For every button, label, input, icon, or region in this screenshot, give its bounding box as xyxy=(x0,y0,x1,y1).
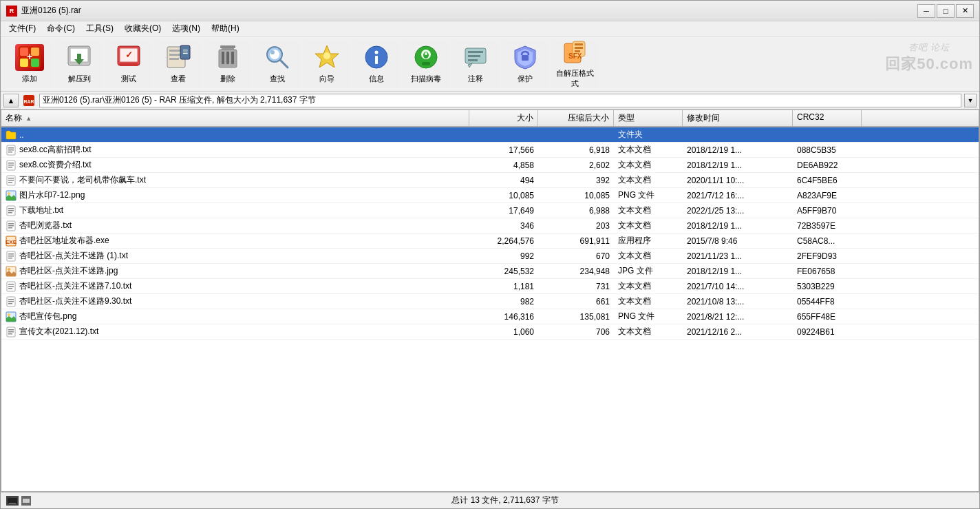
delete-button[interactable]: 删除 xyxy=(204,41,251,87)
file-packed: 731 xyxy=(538,280,614,293)
txt-icon xyxy=(6,145,17,156)
comment-button[interactable]: 注释 xyxy=(452,41,499,87)
file-modified: 2021/7/10 14:... xyxy=(683,280,793,293)
file-modified: 2021/7/12 16:... xyxy=(683,189,793,202)
menu-file[interactable]: 文件(F) xyxy=(3,21,41,36)
table-row[interactable]: 不要问不要说，老司机带你飙车.txt 494 392 文本文档 2020/11/… xyxy=(1,173,979,188)
file-modified: 2015/7/8 9:46 xyxy=(683,235,793,247)
find-button[interactable]: 查找 xyxy=(254,41,301,87)
table-row[interactable]: sex8.cc资费介绍.txt 4,858 2,602 文本文档 2018/12… xyxy=(1,158,979,173)
table-row[interactable]: 图片水印7-12.png 10,085 10,085 PNG 文件 2021/7… xyxy=(1,188,979,203)
table-row[interactable]: 下载地址.txt 17,649 6,988 文本文档 2022/1/25 13:… xyxy=(1,203,979,218)
sfx-button[interactable]: SFX 自解压格式式 xyxy=(551,41,598,87)
menu-help[interactable]: 帮助(H) xyxy=(206,21,245,36)
file-size: 1,181 xyxy=(469,280,538,293)
svg-marker-44 xyxy=(468,63,472,67)
table-row[interactable]: 杏吧社区-点关注不迷路.jpg 245,532 234,948 JPG 文件 2… xyxy=(1,264,979,279)
col-header-type[interactable]: 类型 xyxy=(614,110,683,126)
protect-button[interactable]: 保护 xyxy=(502,41,548,87)
svg-rect-91 xyxy=(8,303,12,304)
svg-line-28 xyxy=(280,60,288,67)
file-modified: 2021/11/23 1... xyxy=(683,250,793,262)
svg-point-29 xyxy=(270,50,275,54)
file-packed: 2,602 xyxy=(538,159,614,172)
comment-label: 注释 xyxy=(468,74,483,84)
svg-rect-55 xyxy=(8,147,14,149)
file-name: sex8.cc资费介绍.txt xyxy=(1,158,469,172)
wizard-label: 向导 xyxy=(319,74,334,84)
menu-command[interactable]: 命令(C) xyxy=(41,21,81,36)
col-header-packed[interactable]: 压缩后大小 xyxy=(538,110,614,126)
file-modified: 2021/8/21 12:... xyxy=(683,311,793,323)
svg-rect-42 xyxy=(468,55,480,57)
table-row[interactable]: 杏吧社区-点关注不迷路9.30.txt 982 661 文本文档 2021/10… xyxy=(1,294,979,309)
file-packed: 6,988 xyxy=(538,205,614,217)
file-modified: 2018/12/19 1... xyxy=(683,144,793,156)
add-button[interactable]: + 添加 xyxy=(6,41,53,87)
maximize-button[interactable]: □ xyxy=(937,4,955,18)
menu-options[interactable]: 选项(N) xyxy=(167,21,206,36)
info-icon xyxy=(362,44,391,71)
comment-icon xyxy=(461,44,490,71)
table-row[interactable]: 杏吧社区-点关注不迷路 (1).txt 992 670 文本文档 2021/11… xyxy=(1,249,979,264)
col-header-crc[interactable]: CRC32 xyxy=(793,110,862,126)
file-packed: 691,911 xyxy=(538,235,614,247)
table-row[interactable]: 杏吧社区-点关注不迷路7.10.txt 1,181 731 文本文档 2021/… xyxy=(1,279,979,294)
wizard-button[interactable]: 向导 xyxy=(303,41,350,87)
scan-button[interactable]: 扫描病毒 xyxy=(403,41,449,87)
menu-tools[interactable]: 工具(S) xyxy=(81,21,119,36)
svg-rect-85 xyxy=(8,284,14,285)
menu-favorites[interactable]: 收藏夹(O) xyxy=(119,21,167,36)
table-row[interactable]: .. 文件夹 xyxy=(1,127,979,143)
svg-rect-41 xyxy=(468,51,483,53)
file-crc: 088C5B35 xyxy=(793,144,862,156)
extract-button[interactable]: 解压到 xyxy=(56,41,103,87)
minimize-button[interactable]: ─ xyxy=(917,4,935,18)
file-name: 杏吧浏览器.txt xyxy=(1,218,469,233)
file-size: 245,532 xyxy=(469,265,538,278)
file-crc: DE6AB922 xyxy=(793,159,862,172)
file-crc: FE067658 xyxy=(793,265,862,278)
file-size: 494 xyxy=(469,174,538,187)
extract-icon xyxy=(65,44,94,71)
table-row[interactable]: 杏吧浏览器.txt 346 203 文本文档 2018/12/19 1... 7… xyxy=(1,218,979,233)
col-header-modified[interactable]: 修改时间 xyxy=(683,110,793,126)
file-size xyxy=(469,134,538,136)
file-crc: 05544FF8 xyxy=(793,295,862,308)
info-label: 信息 xyxy=(369,74,384,84)
svg-rect-24 xyxy=(226,52,229,64)
test-button[interactable]: ✓ 测试 xyxy=(105,41,152,87)
svg-rect-9 xyxy=(77,54,81,62)
table-row[interactable]: sex8.cc高薪招聘.txt 17,566 6,918 文本文档 2018/1… xyxy=(1,143,979,158)
file-modified: 2021/12/16 2... xyxy=(683,326,793,338)
menu-bar: 文件(F) 命令(C) 工具(S) 收藏夹(O) 选项(N) 帮助(H) xyxy=(1,21,979,37)
table-row[interactable]: 杏吧宣传包.png 146,316 135,081 PNG 文件 2021/8/… xyxy=(1,309,979,324)
view-button[interactable]: ≡ 查看 xyxy=(155,41,202,87)
view-icon: ≡ xyxy=(164,44,193,71)
rar-icon: RAR xyxy=(23,95,34,106)
address-dropdown[interactable]: ▼ xyxy=(964,94,977,107)
svg-rect-89 xyxy=(8,299,14,300)
file-packed: 10,085 xyxy=(538,189,614,202)
svg-rect-79 xyxy=(8,253,14,255)
file-type: PNG 文件 xyxy=(614,188,683,202)
svg-rect-63 xyxy=(8,178,14,179)
txt-icon xyxy=(6,220,17,231)
main-window: R 亚洲0126 (5).rar ─ □ ✕ 文件(F) 命令(C) 工具(S)… xyxy=(0,0,980,509)
table-row[interactable]: EXE 杏吧社区地址发布器.exe 2,264,576 691,911 应用程序… xyxy=(1,233,979,249)
svg-rect-73 xyxy=(8,223,14,225)
col-header-name[interactable]: 名称 ▲ xyxy=(1,110,469,126)
sfx-icon: SFX xyxy=(560,39,589,65)
svg-rect-60 xyxy=(8,165,14,166)
svg-rect-71 xyxy=(8,212,12,214)
info-button[interactable]: 信息 xyxy=(353,41,400,87)
close-button[interactable]: ✕ xyxy=(956,4,974,18)
address-path[interactable]: 亚洲0126 (5).rar\亚洲0126 (5) - RAR 压缩文件, 解包… xyxy=(39,94,961,107)
sfx-label: 自解压格式式 xyxy=(555,68,595,89)
file-modified: 2018/12/19 1... xyxy=(683,265,793,278)
back-button[interactable]: ▲ xyxy=(3,94,19,107)
svg-rect-86 xyxy=(8,286,14,287)
table-row[interactable]: 宣传文本(2021.12).txt 1,060 706 文本文档 2021/12… xyxy=(1,324,979,340)
scan-label: 扫描病毒 xyxy=(411,74,441,84)
col-header-size[interactable]: 大小 xyxy=(469,110,538,126)
